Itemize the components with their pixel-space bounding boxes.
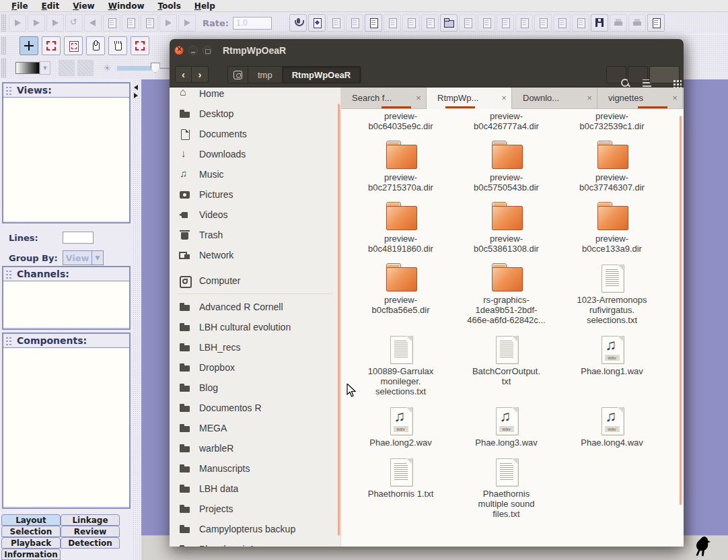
sidebar-item[interactable]: Network — [170, 245, 340, 265]
menu-item[interactable]: Tools — [151, 1, 186, 11]
panel-tab[interactable]: Linkage — [61, 514, 120, 526]
doc-button[interactable] — [572, 14, 589, 32]
minimize-window-button[interactable] — [188, 46, 198, 55]
menu-item[interactable]: Window — [102, 1, 151, 11]
expand-right-icon[interactable] — [134, 93, 138, 98]
file-item[interactable]: preview- b0c37746307.dir — [562, 142, 663, 193]
search-button[interactable] — [606, 66, 626, 83]
play-window-button[interactable] — [28, 14, 45, 32]
colormap-swatch[interactable] — [15, 62, 40, 74]
panel-tab[interactable]: Information — [1, 549, 61, 560]
doc-button[interactable] — [497, 14, 514, 32]
printer-button[interactable] — [610, 14, 627, 32]
play-selection-button[interactable] — [46, 14, 64, 32]
sidebar-item[interactable]: Computer — [170, 271, 340, 291]
sidebar-item[interactable]: LBH cultural evolution — [170, 317, 340, 337]
sidebar-item[interactable]: Blog — [170, 378, 340, 398]
sidebar-item[interactable]: Trash — [170, 225, 340, 245]
sidebar-item[interactable]: Desktop — [170, 104, 340, 124]
sidebar-item[interactable]: Home — [170, 88, 340, 104]
sidebar-item[interactable]: LBH data — [170, 479, 340, 499]
collapse-left-icon[interactable] — [134, 85, 138, 90]
components-list[interactable] — [3, 347, 129, 506]
file-item[interactable]: Phaethornis multiple sound files.txt — [456, 458, 557, 519]
file-item[interactable]: ♫wav Phae.long1.wav — [562, 336, 663, 396]
slider-thumb[interactable] — [151, 63, 160, 73]
file-item[interactable]: 100889-Garrulax monileger. selections.tx… — [351, 336, 451, 396]
close-tab-icon[interactable]: × — [667, 93, 682, 103]
files-tab[interactable]: Search f... × — [341, 88, 427, 108]
files-tab[interactable]: Downlo... × — [512, 88, 597, 108]
doc-button[interactable] — [421, 14, 439, 32]
toolbar-grip[interactable] — [1, 14, 6, 32]
files-tab[interactable]: RtmpWp... × — [427, 88, 512, 109]
panel-grip[interactable] — [6, 336, 13, 345]
file-item[interactable]: preview- b0c5750543b.dir — [456, 142, 557, 193]
record-mic-button[interactable] — [289, 14, 307, 32]
file-item[interactable]: ♫wav Phae.long3.wav — [456, 407, 557, 448]
sidebar-item[interactable]: Music — [170, 164, 340, 184]
clipboard-selection-tool-button[interactable] — [64, 36, 83, 55]
window-titlebar[interactable]: RtmpWpOeaR — [170, 39, 684, 62]
doc-button[interactable] — [478, 14, 495, 32]
open-sound-button[interactable] — [440, 14, 458, 32]
group-by-select[interactable]: View ▼ — [63, 250, 104, 265]
doc-button[interactable] — [515, 14, 533, 32]
texture-button-2[interactable] — [77, 60, 94, 76]
file-item[interactable]: 1023-Arremonops rufivirgatus. selections… — [562, 265, 663, 325]
file-item[interactable]: BatchCorrOutput. txt — [456, 336, 557, 396]
chevron-down-icon[interactable]: ▼ — [92, 250, 104, 265]
file-item[interactable]: preview- b0c53861308.dir — [456, 203, 557, 254]
grid-view-button[interactable] — [649, 66, 680, 83]
lines-input[interactable] — [63, 232, 94, 244]
file-item[interactable]: preview- b0c2715370a.dir — [351, 142, 451, 193]
maximize-window-button[interactable] — [203, 46, 212, 55]
sidebar-item[interactable]: Downloads — [170, 144, 340, 164]
new-sound-window-button[interactable] — [308, 14, 326, 32]
sidebar-item[interactable]: Advanced R Cornell — [170, 297, 340, 317]
panel-tab[interactable]: Playback — [1, 537, 61, 549]
list-view-button[interactable] — [628, 66, 648, 83]
sidebar-item[interactable]: Phaethornis1 — [170, 539, 340, 547]
sidebar-item[interactable]: MEGA — [170, 418, 340, 438]
doc-button[interactable] — [384, 14, 401, 32]
drive-icon[interactable] — [228, 67, 248, 83]
sidebar-scrollbar[interactable] — [338, 104, 340, 536]
play-cursor-button[interactable] — [159, 14, 177, 32]
breadcrumb-segment[interactable]: tmp — [248, 67, 283, 83]
rate-input[interactable] — [233, 17, 272, 30]
views-list[interactable] — [3, 97, 129, 221]
sidebar-item[interactable]: Manuscripts — [170, 458, 340, 479]
sidebar-item[interactable]: Documents — [170, 124, 340, 144]
menu-item[interactable]: Edit — [36, 1, 66, 11]
selection-tool-2-button[interactable] — [131, 36, 149, 55]
panel-splitter[interactable] — [133, 79, 141, 560]
files-tab[interactable]: vignettes × — [597, 88, 683, 108]
loop-play-button[interactable] — [65, 14, 83, 32]
file-item[interactable]: preview- b0c64035e9c.dir — [351, 109, 451, 131]
panel-grip[interactable] — [6, 85, 13, 95]
doc-button[interactable] — [402, 14, 420, 32]
file-item[interactable]: ♫wav Phae.long2.wav — [351, 407, 451, 448]
breadcrumb-segment[interactable]: RtmpWpOeaR — [283, 67, 361, 83]
back-button[interactable]: ‹ — [175, 66, 192, 83]
channels-list[interactable] — [3, 281, 129, 327]
menu-item[interactable]: Help — [188, 1, 221, 11]
file-item[interactable]: preview- b0cce133a9.dir — [562, 203, 663, 254]
printer-button[interactable] — [628, 14, 646, 32]
sidebar-item[interactable]: Videos — [170, 205, 340, 225]
doc-button[interactable] — [327, 14, 344, 32]
sidebar-item[interactable]: Pictures — [170, 184, 340, 205]
page-sound-selection-button[interactable] — [141, 14, 158, 32]
panel-tab[interactable]: Detection — [61, 537, 120, 549]
file-item[interactable]: preview- b0c48191860.dir — [351, 203, 451, 254]
doc-button[interactable] — [346, 14, 363, 32]
content-scrollbar[interactable] — [680, 116, 682, 505]
doc-button[interactable] — [534, 14, 552, 32]
sidebar-item[interactable]: Campylopterus backup — [170, 519, 340, 539]
doc-button[interactable] — [553, 14, 571, 32]
toolbar-grip[interactable] — [1, 59, 6, 77]
toolbar-grip[interactable] — [1, 36, 6, 54]
new-doc-button[interactable] — [647, 14, 665, 32]
colormap-dropdown-icon[interactable]: ▼ — [40, 61, 50, 75]
